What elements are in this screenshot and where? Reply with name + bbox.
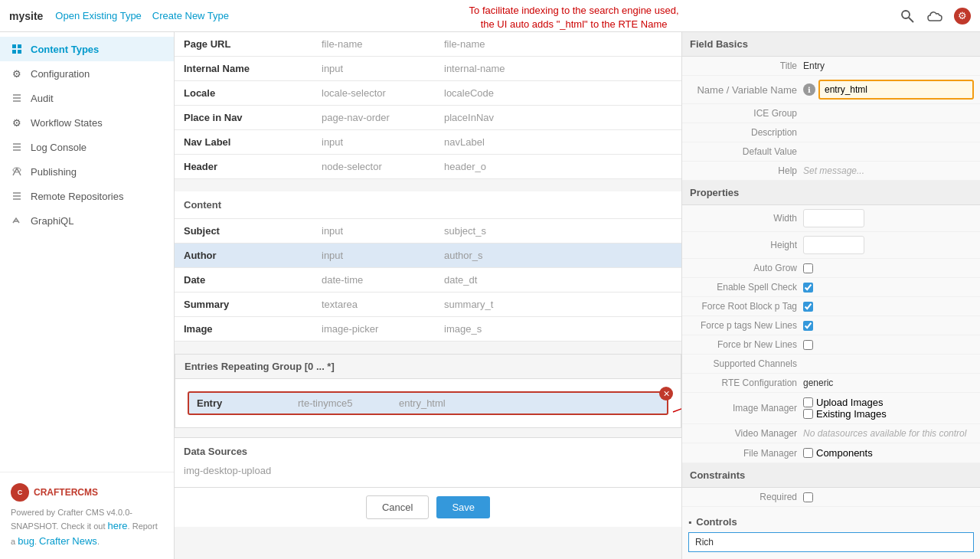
sidebar-item-label: GraphiQL <box>31 215 74 227</box>
row-variable: header_o <box>435 155 681 179</box>
title-value: Entry <box>803 60 974 71</box>
table-row[interactable]: Nav Label input navLabel <box>175 130 681 155</box>
remove-entry-button[interactable]: ✕ <box>659 387 673 400</box>
table-row[interactable]: Internal Name input internal-name <box>175 57 681 81</box>
name-row: Name / Variable Name ℹ <box>682 76 980 104</box>
height-input[interactable] <box>803 236 864 254</box>
upload-images-row: Upload Images <box>803 397 887 408</box>
sidebar-item-graphiql[interactable]: GraphiQL <box>0 208 174 233</box>
controls-collapse-icon: ▪ <box>688 517 691 528</box>
table-row[interactable]: Place in Nav page-nav-order placeInNav <box>175 106 681 130</box>
sidebar-item-workflow-states[interactable]: ⚙ Workflow States <box>0 110 174 135</box>
row-variable: localeCode <box>435 81 681 106</box>
sidebar-item-remote-repositories[interactable]: Remote Repositories <box>0 184 174 208</box>
required-checkbox[interactable] <box>803 492 813 502</box>
table-row[interactable]: Header node-selector header_o <box>175 155 681 179</box>
footer-text: Powered by Crafter CMS v4.0.0-SNAPSHOT. … <box>11 506 163 549</box>
table-row[interactable]: Date date-time date_dt <box>175 268 681 293</box>
sidebar-item-publishing[interactable]: Publishing <box>0 159 174 184</box>
row-label: Author <box>175 244 312 268</box>
ice-group-label: ICE Group <box>688 108 803 119</box>
table-row[interactable]: Author input author_s <box>175 244 681 268</box>
row-variable: image_s <box>435 317 681 342</box>
table-row[interactable]: Image image-picker image_s <box>175 317 681 342</box>
row-label: Nav Label <box>175 130 312 155</box>
remote-icon <box>11 190 23 202</box>
row-variable: subject_s <box>435 219 681 244</box>
name-info-icon[interactable]: ℹ <box>803 83 815 96</box>
search-icon[interactable] <box>899 8 916 25</box>
auto-grow-row: Auto Grow <box>682 259 980 278</box>
file-manager-label: File Manager <box>688 448 803 459</box>
upload-images-checkbox[interactable] <box>803 397 813 407</box>
controls-header[interactable]: ▪ Controls <box>688 512 974 532</box>
settings-icon[interactable]: ⚙ <box>954 8 971 25</box>
topbar: mysite Open Existing Type Create New Typ… <box>0 0 980 32</box>
sidebar-item-log-console[interactable]: Log Console <box>0 135 174 159</box>
row-type: input <box>312 244 435 268</box>
title-row: Title Entry <box>682 57 980 76</box>
row-variable: navLabel <box>435 130 681 155</box>
row-variable: summary_t <box>435 293 681 317</box>
audit-icon <box>11 92 23 104</box>
open-existing-type-link[interactable]: Open Existing Type <box>55 10 142 21</box>
repeating-entry[interactable]: Entry rte-tinymce5 entry_html ✕ <box>188 391 668 415</box>
sidebar-item-configuration[interactable]: ⚙ Configuration <box>0 61 174 86</box>
content-section-header: Content <box>175 191 681 219</box>
image-manager-options: Upload Images Existing Images <box>803 397 887 420</box>
row-label: Page URL <box>175 32 312 57</box>
crafter-logo-icon: C <box>11 483 29 502</box>
cloud-icon[interactable] <box>926 8 943 25</box>
graphiql-icon <box>11 214 23 227</box>
center-panel: Page URL file-name file-nameInternal Nam… <box>175 32 681 559</box>
repeating-group: Entries Repeating Group [0 ... *] Entry … <box>175 354 681 428</box>
width-row: Width <box>682 205 980 232</box>
force-p-checkbox[interactable] <box>803 321 813 331</box>
force-br-label: Force br New Lines <box>688 339 803 350</box>
controls-search-input[interactable] <box>688 532 974 552</box>
file-manager-row: File Manager Components <box>682 443 980 463</box>
sidebar-item-audit[interactable]: Audit <box>0 86 174 110</box>
width-input[interactable] <box>803 209 864 227</box>
cancel-button[interactable]: Cancel <box>366 495 429 519</box>
name-input[interactable] <box>818 80 974 100</box>
create-new-type-link[interactable]: Create New Type <box>152 10 229 21</box>
existing-images-checkbox[interactable] <box>803 409 813 419</box>
svg-rect-2 <box>12 44 16 48</box>
row-variable: internal-name <box>435 57 681 81</box>
save-button[interactable]: Save <box>436 496 490 518</box>
main-layout: Content Types ⚙ Configuration Audit ⚙ Wo… <box>0 32 980 559</box>
log-icon <box>11 141 23 153</box>
sidebar-item-content-types[interactable]: Content Types <box>0 37 174 61</box>
row-label: Locale <box>175 81 312 106</box>
existing-images-label: Existing Images <box>816 408 887 420</box>
components-checkbox[interactable] <box>803 448 813 458</box>
table-row[interactable]: Page URL file-name file-name <box>175 32 681 57</box>
height-label: Height <box>688 240 803 250</box>
description-label: Description <box>688 127 803 138</box>
sidebar-item-label: Publishing <box>31 166 77 178</box>
main-area: Page URL file-name file-nameInternal Nam… <box>175 32 980 559</box>
bug-link[interactable]: bug <box>18 535 34 547</box>
video-manager-value: No datasources available for this contro… <box>803 428 966 439</box>
sidebar-footer: C CRAFTERCMS Powered by Crafter CMS v4.0… <box>0 472 174 560</box>
sidebar-item-label: Log Console <box>31 142 87 153</box>
gear-icon: ⚙ <box>11 67 23 80</box>
auto-grow-checkbox[interactable] <box>803 263 813 273</box>
here-link[interactable]: here <box>108 520 128 531</box>
spell-check-checkbox[interactable] <box>803 283 813 293</box>
force-p-label: Force p tags New Lines <box>688 320 803 331</box>
table-row[interactable]: Subject input subject_s <box>175 219 681 244</box>
force-br-checkbox[interactable] <box>803 340 813 350</box>
svg-point-0 <box>902 11 910 18</box>
force-root-checkbox[interactable] <box>803 302 813 312</box>
row-type: textarea <box>312 293 435 317</box>
news-link[interactable]: Crafter News <box>39 535 97 547</box>
image-manager-label: Image Manager <box>688 403 803 414</box>
row-variable: date_dt <box>435 268 681 293</box>
row-label: Image <box>175 317 312 342</box>
table-row[interactable]: Summary textarea summary_t <box>175 293 681 317</box>
table-row[interactable]: Locale locale-selector localeCode <box>175 81 681 106</box>
sidebar: Content Types ⚙ Configuration Audit ⚙ Wo… <box>0 32 175 559</box>
controls-section: ▪ Controls </> Rich Text Editor (TinyMCE… <box>682 507 980 559</box>
